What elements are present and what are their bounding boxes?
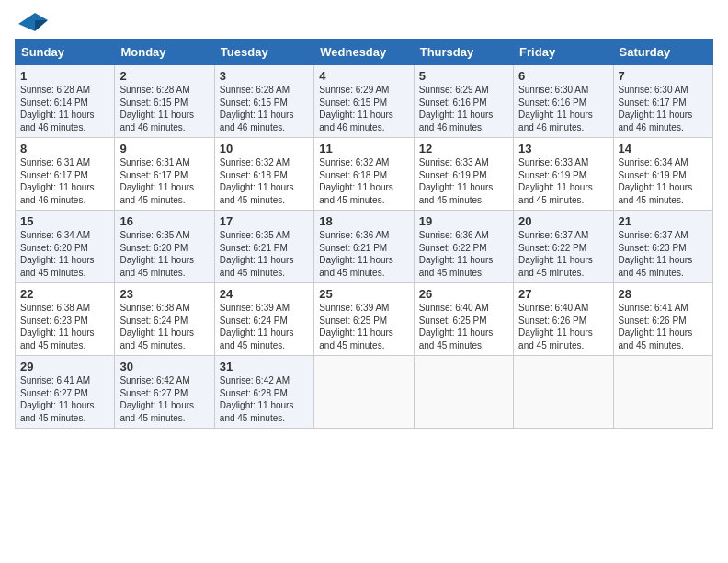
day-info: Sunrise: 6:28 AMSunset: 6:15 PMDaylight:… [220, 84, 309, 133]
calendar-week-row: 8Sunrise: 6:31 AMSunset: 6:17 PMDaylight… [16, 138, 713, 211]
day-info: Sunrise: 6:42 AMSunset: 6:27 PMDaylight:… [119, 374, 209, 424]
calendar-cell: 1Sunrise: 6:28 AMSunset: 6:14 PMDaylight… [16, 65, 115, 138]
calendar-cell [514, 356, 613, 429]
calendar-cell: 27Sunrise: 6:40 AMSunset: 6:26 PMDayligh… [514, 283, 613, 356]
day-number: 30 [119, 360, 209, 373]
day-info: Sunrise: 6:28 AMSunset: 6:14 PMDaylight:… [20, 84, 109, 133]
day-number: 31 [220, 360, 309, 373]
calendar-cell: 31Sunrise: 6:42 AMSunset: 6:28 PMDayligh… [214, 356, 313, 429]
column-header-wednesday: Wednesday [314, 40, 414, 65]
day-number: 20 [518, 214, 608, 228]
calendar-header-row: SundayMondayTuesdayWednesdayThursdayFrid… [16, 40, 713, 65]
calendar-cell: 4Sunrise: 6:29 AMSunset: 6:15 PMDaylight… [314, 65, 414, 138]
calendar-cell: 19Sunrise: 6:36 AMSunset: 6:22 PMDayligh… [414, 211, 513, 283]
day-info: Sunrise: 6:32 AMSunset: 6:18 PMDaylight:… [220, 156, 309, 206]
calendar-cell: 3Sunrise: 6:28 AMSunset: 6:15 PMDaylight… [214, 65, 313, 138]
calendar-cell: 10Sunrise: 6:32 AMSunset: 6:18 PMDayligh… [214, 138, 313, 211]
calendar-cell: 24Sunrise: 6:39 AMSunset: 6:24 PMDayligh… [214, 283, 313, 356]
day-info: Sunrise: 6:39 AMSunset: 6:25 PMDaylight:… [319, 302, 408, 351]
logo-bird-icon [17, 11, 48, 37]
column-header-thursday: Thursday [414, 40, 513, 65]
page-header [15, 15, 713, 31]
day-info: Sunrise: 6:35 AMSunset: 6:20 PMDaylight:… [119, 229, 209, 279]
day-info: Sunrise: 6:33 AMSunset: 6:19 PMDaylight:… [518, 156, 608, 206]
calendar-cell: 12Sunrise: 6:33 AMSunset: 6:19 PMDayligh… [414, 138, 513, 211]
day-number: 29 [20, 360, 109, 373]
calendar-cell [414, 356, 513, 429]
day-number: 11 [319, 142, 408, 155]
day-number: 9 [119, 142, 209, 155]
calendar-cell: 11Sunrise: 6:32 AMSunset: 6:18 PMDayligh… [314, 138, 414, 211]
column-header-tuesday: Tuesday [214, 40, 313, 65]
calendar-cell: 26Sunrise: 6:40 AMSunset: 6:25 PMDayligh… [414, 283, 513, 356]
calendar-week-row: 22Sunrise: 6:38 AMSunset: 6:23 PMDayligh… [16, 283, 713, 356]
day-info: Sunrise: 6:30 AMSunset: 6:16 PMDaylight:… [518, 84, 608, 133]
day-info: Sunrise: 6:38 AMSunset: 6:24 PMDaylight:… [119, 302, 209, 351]
day-info: Sunrise: 6:31 AMSunset: 6:17 PMDaylight:… [20, 156, 109, 206]
column-header-saturday: Saturday [613, 40, 712, 65]
calendar-cell [613, 356, 712, 429]
calendar-cell: 13Sunrise: 6:33 AMSunset: 6:19 PMDayligh… [514, 138, 613, 211]
day-info: Sunrise: 6:31 AMSunset: 6:17 PMDaylight:… [119, 156, 209, 206]
calendar-cell [314, 356, 414, 429]
logo [15, 15, 48, 31]
day-number: 19 [419, 214, 508, 228]
day-number: 23 [119, 287, 209, 301]
calendar-cell: 30Sunrise: 6:42 AMSunset: 6:27 PMDayligh… [115, 356, 214, 429]
day-info: Sunrise: 6:34 AMSunset: 6:20 PMDaylight:… [20, 229, 109, 279]
day-number: 3 [220, 69, 309, 83]
calendar-week-row: 29Sunrise: 6:41 AMSunset: 6:27 PMDayligh… [16, 356, 713, 429]
calendar-cell: 28Sunrise: 6:41 AMSunset: 6:26 PMDayligh… [613, 283, 712, 356]
day-number: 14 [619, 142, 708, 155]
calendar-table: SundayMondayTuesdayWednesdayThursdayFrid… [15, 39, 713, 429]
day-info: Sunrise: 6:29 AMSunset: 6:16 PMDaylight:… [419, 84, 508, 133]
day-number: 10 [220, 142, 309, 155]
day-info: Sunrise: 6:30 AMSunset: 6:17 PMDaylight:… [619, 84, 708, 133]
day-info: Sunrise: 6:40 AMSunset: 6:26 PMDaylight:… [518, 302, 608, 351]
calendar-cell: 17Sunrise: 6:35 AMSunset: 6:21 PMDayligh… [214, 211, 313, 283]
day-info: Sunrise: 6:28 AMSunset: 6:15 PMDaylight:… [119, 84, 209, 133]
day-number: 7 [619, 69, 708, 83]
day-number: 18 [319, 214, 408, 228]
calendar-cell: 8Sunrise: 6:31 AMSunset: 6:17 PMDaylight… [16, 138, 115, 211]
column-header-friday: Friday [514, 40, 613, 65]
day-info: Sunrise: 6:33 AMSunset: 6:19 PMDaylight:… [419, 156, 508, 206]
calendar-cell: 23Sunrise: 6:38 AMSunset: 6:24 PMDayligh… [115, 283, 214, 356]
day-number: 27 [518, 287, 608, 301]
day-number: 25 [319, 287, 408, 301]
calendar-cell: 9Sunrise: 6:31 AMSunset: 6:17 PMDaylight… [115, 138, 214, 211]
day-number: 24 [220, 287, 309, 301]
calendar-cell: 2Sunrise: 6:28 AMSunset: 6:15 PMDaylight… [115, 65, 214, 138]
calendar-week-row: 15Sunrise: 6:34 AMSunset: 6:20 PMDayligh… [16, 211, 713, 283]
day-info: Sunrise: 6:32 AMSunset: 6:18 PMDaylight:… [319, 156, 408, 206]
day-number: 26 [419, 287, 508, 301]
day-number: 16 [119, 214, 209, 228]
calendar-cell: 6Sunrise: 6:30 AMSunset: 6:16 PMDaylight… [514, 65, 613, 138]
day-info: Sunrise: 6:36 AMSunset: 6:21 PMDaylight:… [319, 229, 408, 279]
calendar-cell: 15Sunrise: 6:34 AMSunset: 6:20 PMDayligh… [16, 211, 115, 283]
day-info: Sunrise: 6:37 AMSunset: 6:23 PMDaylight:… [619, 229, 708, 279]
calendar-cell: 22Sunrise: 6:38 AMSunset: 6:23 PMDayligh… [16, 283, 115, 356]
svg-marker-1 [35, 20, 48, 31]
day-number: 8 [20, 142, 109, 155]
day-number: 21 [619, 214, 708, 228]
calendar-cell: 14Sunrise: 6:34 AMSunset: 6:19 PMDayligh… [613, 138, 712, 211]
calendar-cell: 25Sunrise: 6:39 AMSunset: 6:25 PMDayligh… [314, 283, 414, 356]
day-info: Sunrise: 6:42 AMSunset: 6:28 PMDaylight:… [220, 374, 309, 424]
day-number: 4 [319, 69, 408, 83]
day-number: 2 [119, 69, 209, 83]
day-info: Sunrise: 6:41 AMSunset: 6:26 PMDaylight:… [619, 302, 708, 351]
day-number: 15 [20, 214, 109, 228]
calendar-cell: 29Sunrise: 6:41 AMSunset: 6:27 PMDayligh… [16, 356, 115, 429]
day-info: Sunrise: 6:38 AMSunset: 6:23 PMDaylight:… [20, 302, 109, 351]
day-info: Sunrise: 6:40 AMSunset: 6:25 PMDaylight:… [419, 302, 508, 351]
day-number: 13 [518, 142, 608, 155]
column-header-sunday: Sunday [16, 40, 115, 65]
day-info: Sunrise: 6:34 AMSunset: 6:19 PMDaylight:… [619, 156, 708, 206]
calendar-cell: 16Sunrise: 6:35 AMSunset: 6:20 PMDayligh… [115, 211, 214, 283]
column-header-monday: Monday [115, 40, 214, 65]
calendar-cell: 18Sunrise: 6:36 AMSunset: 6:21 PMDayligh… [314, 211, 414, 283]
day-info: Sunrise: 6:35 AMSunset: 6:21 PMDaylight:… [220, 229, 309, 279]
calendar-cell: 20Sunrise: 6:37 AMSunset: 6:22 PMDayligh… [514, 211, 613, 283]
calendar-week-row: 1Sunrise: 6:28 AMSunset: 6:14 PMDaylight… [16, 65, 713, 138]
